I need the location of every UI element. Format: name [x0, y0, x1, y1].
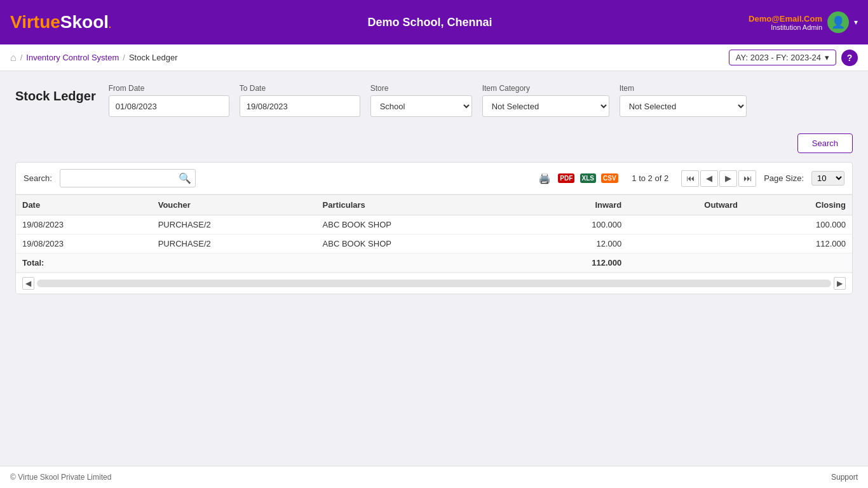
logo-skool: Skool [60, 12, 109, 32]
cell-particulars: ABC BOOK SHOP [316, 215, 521, 234]
pagination-controls: ⏮ ◀ ▶ ⏭ [681, 170, 756, 187]
page-size-label: Page Size: [764, 173, 804, 183]
store-select[interactable]: School Library Sports [370, 95, 472, 117]
cell-date: 19/08/2023 [16, 215, 152, 234]
cell-date: 19/08/2023 [16, 234, 152, 254]
app-header: VirtueSkool. Demo School, Chennai Demo@E… [0, 0, 868, 44]
pagination-info: 1 to 2 of 2 [632, 173, 668, 183]
item-category-filter: Item Category Not Selected [482, 84, 609, 117]
col-outward: Outward [628, 195, 744, 215]
cell-voucher: PURCHASE/2 [152, 234, 316, 254]
pag-last-button[interactable]: ⏭ [738, 170, 756, 187]
table-toolbar: Search: 🔍 🖨️ PDF XLS CSV 1 to 2 of 2 [16, 163, 852, 194]
footer: © Virtue Skool Private Limited Support [0, 466, 868, 488]
store-label: Store [370, 84, 472, 93]
pdf-button[interactable]: PDF [557, 170, 576, 187]
table-header-row: Date Voucher Particulars Inward Outward … [16, 195, 852, 215]
table-search-icon-button[interactable]: 🔍 [175, 170, 195, 187]
col-voucher: Voucher [152, 195, 316, 215]
ay-dropdown-arrow: ▾ [825, 53, 829, 62]
page-size-select[interactable]: 10 25 50 100 [811, 171, 844, 186]
search-button[interactable]: Search [797, 133, 853, 153]
footer-copyright: © Virtue Skool Private Limited [10, 473, 111, 482]
logo: VirtueSkool. [10, 12, 111, 32]
cell-particulars: ABC BOOK SHOP [316, 234, 521, 254]
excel2-button[interactable]: CSV [600, 170, 619, 187]
table-section: Search: 🔍 🖨️ PDF XLS CSV 1 to 2 of 2 [15, 162, 853, 294]
breadcrumb-inventory[interactable]: Inventory Control System [26, 53, 119, 62]
breadcrumb-separator-1: / [20, 53, 23, 62]
avatar[interactable]: 👤 [827, 11, 849, 33]
breadcrumb-separator-2: / [123, 53, 125, 62]
table-search-input[interactable] [60, 171, 175, 186]
help-button[interactable]: ? [841, 50, 858, 66]
school-name: Demo School, Chennai [367, 16, 492, 29]
ay-selector[interactable]: AY: 2023 - FY: 2023-24 ▾ [729, 50, 836, 65]
table-search-label: Search: [24, 173, 52, 183]
cell-inward: 12.000 [521, 234, 628, 254]
col-inward: Inward [521, 195, 628, 215]
item-category-select[interactable]: Not Selected [482, 95, 609, 117]
table-row: 19/08/2023 PURCHASE/2 ABC BOOK SHOP 12.0… [16, 234, 852, 254]
from-date-filter: From Date [109, 84, 229, 117]
total-inward: 112.000 [521, 254, 628, 273]
to-date-label: To Date [240, 84, 360, 93]
user-role: Institution Admin [749, 24, 822, 31]
breadcrumb-bar: ⌂ / Inventory Control System / Stock Led… [0, 44, 868, 71]
table-total-row: Total: 112.000 [16, 254, 852, 273]
cell-closing: 100.000 [744, 215, 852, 234]
page-title: Stock Ledger [15, 89, 96, 104]
item-filter: Item Not Selected [620, 84, 747, 117]
cell-outward [628, 215, 744, 234]
logo-dot: . [109, 20, 111, 30]
item-category-label: Item Category [482, 84, 609, 93]
store-filter: Store School Library Sports [370, 84, 472, 117]
col-closing: Closing [744, 195, 852, 215]
main-content: Stock Ledger From Date To Date Store Sch… [0, 71, 868, 307]
ay-label: AY: 2023 - FY: 2023-24 [736, 53, 821, 62]
from-date-label: From Date [109, 84, 229, 93]
pdf-icon: PDF [558, 173, 574, 183]
pag-first-button[interactable]: ⏮ [681, 170, 699, 187]
total-outward [628, 254, 744, 273]
pag-prev-button[interactable]: ◀ [700, 170, 718, 187]
scroll-track[interactable] [37, 280, 831, 287]
user-info[interactable]: Demo@Email.Com Institution Admin 👤 ▾ [749, 11, 858, 33]
excel2-icon: CSV [601, 173, 618, 183]
scroll-bar-wrap: ◀ ▶ [16, 273, 852, 294]
cell-inward: 100.000 [521, 215, 628, 234]
cell-closing: 112.000 [744, 234, 852, 254]
to-date-input[interactable] [240, 95, 360, 117]
total-label: Total: [16, 254, 521, 273]
user-dropdown-arrow[interactable]: ▾ [854, 18, 858, 27]
table-row: 19/08/2023 PURCHASE/2 ABC BOOK SHOP 100.… [16, 215, 852, 234]
search-btn-row: Search [15, 133, 853, 153]
cell-outward [628, 234, 744, 254]
title-filter-row: Stock Ledger From Date To Date Store Sch… [15, 84, 853, 127]
to-date-filter: To Date [240, 84, 360, 117]
scroll-right-button[interactable]: ▶ [834, 277, 846, 290]
excel-icon: XLS [580, 173, 596, 183]
total-closing [744, 254, 852, 273]
scroll-left-button[interactable]: ◀ [22, 277, 34, 290]
breadcrumb-right: AY: 2023 - FY: 2023-24 ▾ ? [729, 50, 858, 66]
cell-voucher: PURCHASE/2 [152, 215, 316, 234]
col-date: Date [16, 195, 152, 215]
item-label: Item [620, 84, 747, 93]
breadcrumb-current: Stock Ledger [129, 53, 178, 62]
from-date-input[interactable] [109, 95, 229, 117]
pag-next-button[interactable]: ▶ [719, 170, 737, 187]
user-email: Demo@Email.Com [749, 14, 822, 24]
footer-support[interactable]: Support [831, 473, 858, 482]
data-table: Date Voucher Particulars Inward Outward … [16, 194, 852, 273]
filter-row: From Date To Date Store School Library S… [109, 84, 853, 117]
table-search-wrap: 🔍 [60, 169, 196, 187]
print-button[interactable]: 🖨️ [535, 170, 554, 187]
home-icon[interactable]: ⌂ [10, 52, 17, 64]
breadcrumb: ⌂ / Inventory Control System / Stock Led… [10, 52, 177, 64]
logo-text: VirtueSkool. [10, 12, 111, 32]
item-select[interactable]: Not Selected [620, 95, 747, 117]
logo-virtue: Virtue [10, 12, 60, 32]
col-particulars: Particulars [316, 195, 521, 215]
excel-button[interactable]: XLS [578, 170, 597, 187]
